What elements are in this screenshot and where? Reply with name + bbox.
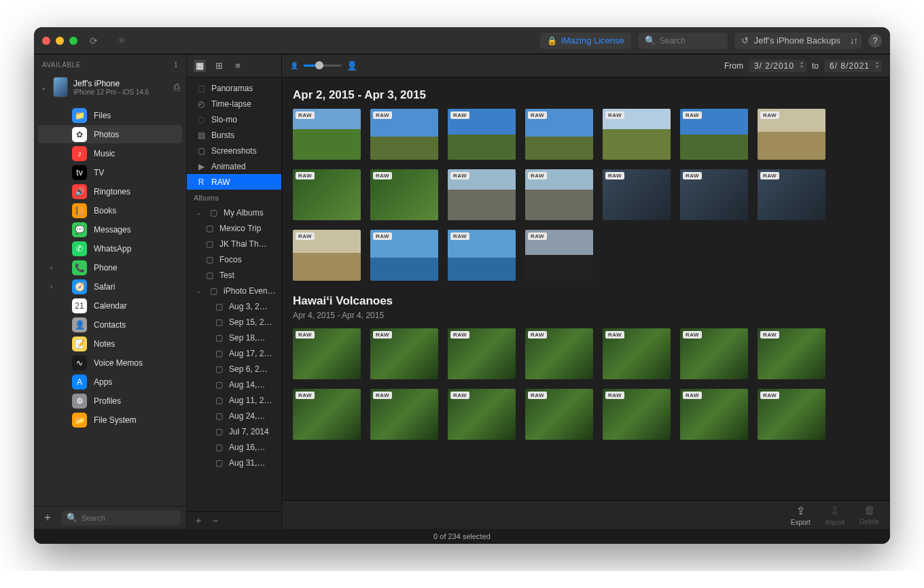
reveal-button[interactable]: 👁 [117,35,126,46]
photo-thumbnail[interactable]: RAW [603,389,671,440]
backups-pill[interactable]: ↺ Jeff's iPhone Backups ↓↑ [734,33,861,49]
album-aug-24-[interactable]: ▢Aug 24,… [187,408,281,423]
album-aug-16-[interactable]: ▢Aug 16,… [187,439,281,455]
sidebar-item-voice-memos[interactable]: ∿Voice Memos [38,353,182,372]
photo-thumbnail[interactable]: RAW [680,328,748,379]
list-view-button[interactable]: ≡ [232,60,244,72]
photo-thumbnail[interactable]: RAW [370,230,438,281]
help-button[interactable]: ? [868,34,882,48]
sidebar-item-calendar[interactable]: 21Calendar [38,296,182,315]
album-aug-11-2-[interactable]: ▢Aug 11, 2… [187,392,281,408]
collection-view-button[interactable]: ⊞ [213,60,225,72]
add-album-button[interactable]: ＋ [194,515,203,527]
photo-thumbnail[interactable]: RAW [603,109,671,160]
album-test[interactable]: ▢Test [187,267,281,283]
album-aug-14-[interactable]: ▢Aug 14,… [187,377,281,392]
category-slo-mo[interactable]: ◌Slo-mo [187,111,281,127]
sidebar-item-ringtones[interactable]: 🔊Ringtones [38,182,182,201]
sidebar-item-music[interactable]: ♪Music [38,144,182,162]
photo-thumbnail[interactable]: RAW [603,169,671,220]
device-row[interactable]: ⌄ Jeff's iPhone iPhone 12 Pro - iOS 14.6… [34,73,186,103]
category-time-lapse[interactable]: ◴Time-lapse [187,96,281,111]
photo-thumbnail[interactable]: RAW [370,389,438,440]
category-panoramas[interactable]: ⬚Panoramas [187,80,281,96]
photo-thumbnail[interactable]: RAW [680,169,748,220]
sidebar-item-phone[interactable]: ›📞Phone [38,258,182,277]
stepper-icon[interactable]: ▲▼ [800,60,804,69]
sidebar-item-contacts[interactable]: 👤Contacts [38,315,182,334]
date-from-input[interactable]: 3/ 2/2010 ▲▼ [749,60,806,72]
photo-thumbnail[interactable]: RAW [448,389,516,440]
photo-thumbnail[interactable]: RAW [370,328,438,379]
photo-thumbnail[interactable]: RAW [525,169,593,220]
sidebar-item-safari[interactable]: ›🧭Safari [38,277,182,296]
global-search-input[interactable] [660,36,721,46]
photo-thumbnail[interactable]: RAW [603,328,671,379]
sidebar-item-messages[interactable]: 💬Messages [38,220,182,239]
sidebar-item-profiles[interactable]: ⚙Profiles [38,392,182,410]
album-aug-31-[interactable]: ▢Aug 31,… [187,455,281,470]
photo-thumbnail[interactable]: RAW [293,230,361,281]
license-pill[interactable]: 🔒 iMazing License [540,33,631,49]
photo-thumbnail[interactable]: RAW [758,169,825,220]
fullscreen-window-button[interactable] [69,37,77,45]
album-jk-thai-th-[interactable]: ▢JK Thai Th… [187,236,281,252]
photo-grid-scroll[interactable]: Apr 2, 2015 - Apr 3, 2015RAWRAWRAWRAWRAW… [282,77,890,500]
photo-thumbnail[interactable]: RAW [680,109,748,160]
stepper-icon[interactable]: ▲▼ [875,60,880,69]
photo-thumbnail[interactable]: RAW [525,230,593,281]
export-button[interactable]: ⇪Export [791,504,811,526]
sidebar-search-input[interactable] [82,514,175,522]
photo-thumbnail[interactable]: RAW [525,109,593,160]
sidebar-item-notes[interactable]: 📝Notes [38,334,182,353]
photo-thumbnail[interactable]: RAW [293,328,361,379]
photo-thumbnail[interactable]: RAW [525,328,593,379]
photo-thumbnail[interactable]: RAW [448,169,516,220]
album-mexico-trip[interactable]: ▢Mexico Trip [187,220,281,236]
album-aug-3-2-[interactable]: ▢Aug 3, 2… [187,298,281,314]
refresh-button[interactable]: ⟳ [90,35,98,46]
sidebar-item-file-system[interactable]: 📂File System [38,411,182,429]
slider-thumb[interactable] [315,61,323,69]
photo-thumbnail[interactable]: RAW [293,389,361,440]
album-sep-15-2-[interactable]: ▢Sep 15, 2… [187,314,281,330]
album-sep-6-2-[interactable]: ▢Sep 6, 2… [187,361,281,377]
sidebar-item-photos[interactable]: ✿Photos [38,125,182,143]
sidebar-item-tv[interactable]: tvTV [38,163,182,181]
category-animated[interactable]: ▶Animated [187,158,281,174]
album-aug-17-2-[interactable]: ▢Aug 17, 2… [187,345,281,361]
album-focos[interactable]: ▢Focos [187,252,281,267]
photo-thumbnail[interactable]: RAW [680,389,748,440]
thumbnail-size-slider[interactable]: 👤 👤 [290,60,357,71]
photo-thumbnail[interactable]: RAW [758,328,825,379]
photo-thumbnail[interactable]: RAW [293,169,361,220]
import-button[interactable]: ⇩Import [825,504,845,526]
sidebar-item-files[interactable]: 📁Files [38,106,182,124]
close-window-button[interactable] [42,37,50,45]
category-bursts[interactable]: ▤Bursts [187,127,281,143]
photo-thumbnail[interactable]: RAW [370,109,438,160]
grid-view-button[interactable]: ▦ [194,60,206,72]
category-raw[interactable]: RRAW [187,174,281,190]
album-sep-18-[interactable]: ▢Sep 18,… [187,330,281,345]
sidebar-item-books[interactable]: 📙Books [38,201,182,220]
add-button[interactable]: ＋ [39,511,56,525]
album-jul-7-2014[interactable]: ▢Jul 7, 2014 [187,423,281,439]
category-screenshots[interactable]: ▢Screenshots [187,143,281,158]
sidebar-search[interactable]: 🔍 [61,511,181,525]
global-search[interactable]: 🔍 [638,33,728,49]
photo-thumbnail[interactable]: RAW [758,389,825,440]
photo-thumbnail[interactable]: RAW [758,109,825,160]
minimize-window-button[interactable] [56,37,64,45]
album-my-albums[interactable]: ⌄▢My Albums [187,205,281,220]
photo-thumbnail[interactable]: RAW [525,389,593,440]
photo-thumbnail[interactable]: RAW [448,230,516,281]
photo-thumbnail[interactable]: RAW [448,328,516,379]
sidebar-item-whatsapp[interactable]: ✆WhatsApp [38,239,182,258]
album-iphoto-even-[interactable]: ⌄▢iPhoto Even… [187,283,281,298]
delete-button[interactable]: 🗑Delete [859,504,879,525]
remove-album-button[interactable]: − [213,515,218,526]
photo-thumbnail[interactable]: RAW [370,169,438,220]
sidebar-item-apps[interactable]: AApps [38,373,182,391]
photo-thumbnail[interactable]: RAW [293,109,361,160]
